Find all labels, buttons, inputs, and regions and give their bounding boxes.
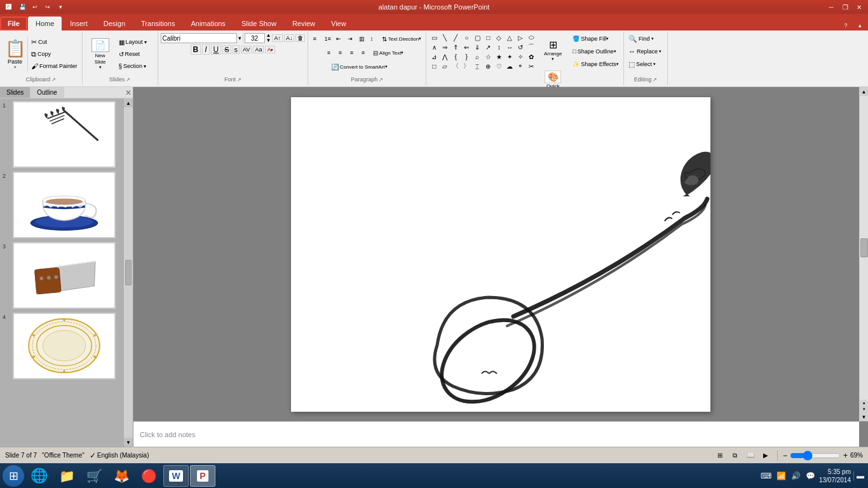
taskbar-word[interactable]: W: [163, 465, 189, 487]
select-button[interactable]: ⬚ Select ▾: [627, 58, 665, 70]
justify-btn[interactable]: ≡: [360, 47, 370, 58]
close-panel-btn[interactable]: ✕: [125, 88, 132, 97]
format-painter-button[interactable]: 🖌 Format Painter: [29, 60, 79, 72]
shape-s3[interactable]: {: [451, 52, 461, 61]
line-spacing-btn[interactable]: ↕: [369, 33, 379, 44]
shape-outline-btn[interactable]: □ Shape Outline ▾: [571, 46, 621, 57]
taskbar-store[interactable]: 🛒: [81, 465, 107, 487]
slides-expand-icon[interactable]: ↗: [126, 77, 130, 83]
increase-indent-btn[interactable]: ⇥: [346, 33, 356, 44]
font-size-input[interactable]: [245, 33, 265, 43]
shape-r8[interactable]: ☁: [505, 62, 515, 71]
decrease-indent-btn[interactable]: ⇤: [334, 33, 344, 44]
taskbar-chrome[interactable]: 🔴: [136, 465, 162, 487]
font-size-down-btn[interactable]: ▼: [266, 38, 271, 43]
slides-scroll-thumb[interactable]: [125, 260, 132, 285]
bold-btn[interactable]: B: [191, 44, 201, 55]
shape-r4[interactable]: 〉: [461, 62, 471, 71]
minimize-btn[interactable]: ─: [825, 2, 837, 12]
align-center-btn[interactable]: ≡: [337, 47, 347, 58]
spacing-btn[interactable]: AV: [241, 46, 252, 53]
align-text-btn[interactable]: ⊟ Align Text ▾: [371, 47, 409, 58]
shape-r10[interactable]: ✂: [526, 62, 536, 71]
taskbar-powerpoint[interactable]: P: [190, 465, 215, 487]
language-btn[interactable]: ✓ English (Malaysia): [90, 451, 149, 460]
shape-square[interactable]: □: [483, 33, 493, 42]
help-btn[interactable]: ?: [840, 20, 851, 30]
network-tray-icon[interactable]: 📶: [775, 471, 787, 480]
shape-arrow6[interactable]: ↗: [483, 43, 493, 51]
slide-thumb-1[interactable]: [13, 101, 116, 168]
slide-item-1[interactable]: 1: [3, 101, 121, 168]
shape-s8[interactable]: ✦: [505, 52, 515, 61]
tab-home[interactable]: Home: [28, 17, 62, 30]
find-button[interactable]: 🔍 Find ▾: [627, 33, 665, 44]
save-quick-btn[interactable]: 💾: [17, 2, 28, 12]
shape-fill-btn[interactable]: 🪣 Shape Fill ▾: [571, 33, 621, 44]
collapse-ribbon-btn[interactable]: ▴: [854, 20, 865, 30]
bullets-btn[interactable]: ≡: [311, 33, 321, 44]
scroll-step-down[interactable]: ▾: [860, 406, 869, 412]
convert-smartart-btn[interactable]: 🔄 Convert to SmartArt ▾: [329, 61, 405, 72]
shape-rtriangle[interactable]: ▷: [515, 33, 526, 42]
slide-thumb-2[interactable]: [13, 172, 116, 238]
tab-transitions[interactable]: Transitions: [133, 17, 182, 30]
slide-item-3[interactable]: 3: [3, 242, 121, 309]
shape-s1[interactable]: ⊿: [429, 52, 439, 61]
tab-review[interactable]: Review: [285, 17, 323, 30]
shape-arrow2[interactable]: ⇒: [440, 43, 450, 51]
shape-arrow1[interactable]: ∧: [429, 43, 439, 51]
italic-btn[interactable]: I: [202, 44, 209, 55]
normal-view-btn[interactable]: ⊞: [714, 450, 726, 461]
slideshow-btn[interactable]: ▶: [759, 450, 772, 461]
replace-button[interactable]: ↔ Replace ▾: [627, 46, 665, 57]
numbering-btn[interactable]: 1≡: [322, 33, 332, 44]
slides-tab[interactable]: Slides: [0, 87, 31, 98]
font-color-btn[interactable]: A▾: [265, 46, 275, 53]
shadow-btn[interactable]: s: [233, 45, 240, 54]
customize-quick-btn[interactable]: ▾: [55, 2, 66, 12]
volume-tray-icon[interactable]: 🔊: [790, 471, 802, 480]
font-expand-icon[interactable]: ↗: [237, 77, 241, 83]
keyboard-tray-icon[interactable]: ⌨: [759, 471, 773, 480]
arrange-button[interactable]: ⊞ Arrange ▾: [539, 33, 567, 67]
shape-r3[interactable]: 〈: [451, 62, 461, 71]
tab-slideshow[interactable]: Slide Show: [234, 17, 284, 30]
slide-sorter-btn[interactable]: ⧉: [729, 450, 742, 461]
notification-tray-icon[interactable]: 💬: [804, 471, 817, 480]
shape-rounded[interactable]: ▢: [472, 33, 482, 42]
close-btn[interactable]: ✕: [853, 2, 865, 12]
reading-view-btn[interactable]: 📖: [744, 450, 757, 461]
paragraph-expand-icon[interactable]: ↗: [379, 77, 383, 83]
taskbar-firefox[interactable]: 🦊: [109, 465, 135, 487]
start-button[interactable]: ⊞: [3, 465, 24, 487]
restore-btn[interactable]: ❐: [839, 2, 851, 12]
align-left-btn[interactable]: ≡: [325, 47, 336, 58]
shape-r2[interactable]: ▱: [440, 62, 450, 71]
shape-arrow9[interactable]: ↺: [515, 43, 526, 51]
outline-tab[interactable]: Outline: [31, 87, 64, 98]
tab-view[interactable]: View: [323, 17, 354, 30]
shape-s4[interactable]: }: [461, 52, 471, 61]
shape-s9[interactable]: ✧: [515, 52, 526, 61]
text-direction-btn[interactable]: ⇅ Text Direction ▾: [380, 33, 423, 44]
shape-s10[interactable]: ✿: [526, 52, 536, 61]
undo-quick-btn[interactable]: ↩: [29, 2, 41, 12]
shape-r5[interactable]: ⌶: [472, 62, 482, 71]
clipboard-expand-icon[interactable]: ↗: [51, 77, 56, 83]
shape-s2[interactable]: ⋀: [440, 52, 450, 61]
shape-line[interactable]: ╲: [440, 33, 450, 42]
shape-s7[interactable]: ★: [494, 52, 504, 61]
shape-r6[interactable]: ⊕: [483, 62, 493, 71]
new-slide-button[interactable]: 📄 NewSlide ▾: [85, 36, 116, 72]
tab-animations[interactable]: Animations: [183, 17, 233, 30]
slide-thumb-3[interactable]: [13, 242, 116, 309]
editing-expand-icon[interactable]: ↗: [653, 77, 657, 83]
scroll-down-btn[interactable]: ▼: [860, 412, 869, 421]
main-vertical-scrollbar[interactable]: ▲ ▴ ▾ ▼: [859, 87, 868, 421]
scroll-thumb[interactable]: [860, 238, 868, 257]
tab-file[interactable]: File: [0, 17, 27, 30]
slides-scroll-up[interactable]: ▲: [124, 98, 133, 107]
section-button[interactable]: § Section ▾: [117, 60, 155, 72]
shape-curve[interactable]: ⌒: [526, 43, 536, 51]
